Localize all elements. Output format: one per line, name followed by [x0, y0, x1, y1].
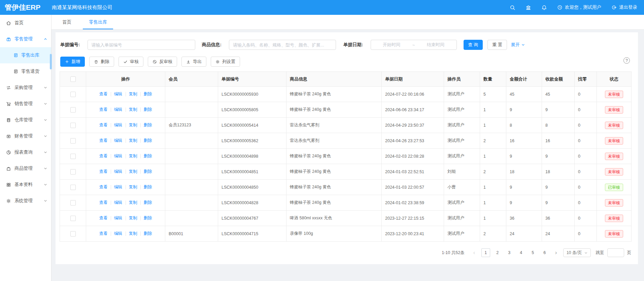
row-checkbox[interactable] — [70, 216, 76, 221]
row-checkbox[interactable] — [70, 231, 76, 237]
view-link[interactable]: 查看 — [99, 215, 108, 221]
copy-link[interactable]: 复制 — [129, 107, 137, 113]
view-link[interactable]: 查看 — [99, 91, 108, 97]
audit-button[interactable]: 审核 — [118, 57, 143, 67]
edit-link[interactable]: 编辑 — [114, 122, 123, 128]
page-size-select[interactable]: 10 条/页 — [563, 248, 591, 257]
delete-link[interactable]: 删除 — [144, 138, 152, 144]
edit-link[interactable]: 编辑 — [114, 184, 123, 190]
tab-retail-outbound[interactable]: 零售出库 — [89, 15, 107, 29]
delete-link[interactable]: 删除 — [144, 91, 152, 97]
edit-link[interactable]: 编辑 — [114, 138, 123, 144]
copy-link[interactable]: 复制 — [129, 138, 137, 144]
edit-link[interactable]: 编辑 — [114, 91, 123, 97]
doc-no-input[interactable] — [88, 40, 195, 50]
tab-home[interactable]: 首页 — [62, 15, 71, 29]
sidebar-item-system-management[interactable]: 系统管理 — [0, 193, 51, 209]
view-link[interactable]: 查看 — [99, 153, 108, 159]
sidebar-item-sales-management[interactable]: 销售管理 — [0, 96, 51, 112]
sidebar-resize-handle[interactable] — [50, 54, 52, 69]
user-welcome[interactable]: 欢迎您，测试用户 — [557, 4, 601, 10]
search-icon[interactable] — [510, 5, 515, 10]
row-checkbox[interactable] — [70, 154, 76, 159]
sidebar-item-report-query[interactable]: 报表查询 — [0, 144, 51, 160]
page-button-6[interactable]: 6 — [540, 248, 549, 257]
column-settings-button[interactable]: 列设置 — [211, 57, 240, 67]
logout-button[interactable]: 退出登录 — [611, 4, 637, 10]
page-button-4[interactable]: 4 — [517, 248, 526, 257]
jump-page-input[interactable] — [607, 248, 624, 257]
delete-link[interactable]: 删除 — [144, 107, 152, 113]
product-info-input[interactable] — [229, 40, 336, 50]
copy-link[interactable]: 复制 — [129, 122, 137, 128]
page-button-5[interactable]: 5 — [529, 248, 537, 257]
delete-link[interactable]: 删除 — [144, 153, 152, 159]
copy-link[interactable]: 复制 — [129, 91, 137, 97]
copy-link[interactable]: 复制 — [129, 184, 137, 190]
copy-link[interactable]: 复制 — [129, 169, 137, 175]
delete-link[interactable]: 删除 — [144, 169, 152, 175]
edit-link[interactable]: 编辑 — [114, 215, 123, 221]
sidebar-item-retail-return[interactable]: 零售退货 — [0, 63, 51, 80]
row-checkbox[interactable] — [70, 185, 76, 190]
unaudit-button[interactable]: 反审核 — [148, 57, 177, 67]
view-link[interactable]: 查看 — [99, 169, 108, 175]
help-icon[interactable]: ? — [623, 57, 630, 64]
sidebar-item-basic-data[interactable]: 基本资料 — [0, 177, 51, 193]
sidebar-item-finance-management[interactable]: 财务管理 — [0, 128, 51, 144]
delete-link[interactable]: 删除 — [144, 122, 152, 128]
notification-bell-icon[interactable] — [541, 5, 547, 10]
next-page-button[interactable]: › — [552, 248, 560, 257]
sidebar-item-home[interactable]: 首页 — [0, 15, 51, 31]
edit-link[interactable]: 编辑 — [114, 200, 123, 206]
export-button[interactable]: 导出 — [181, 57, 206, 67]
row-checkbox[interactable] — [70, 169, 76, 175]
row-checkbox[interactable] — [70, 123, 76, 128]
delete-link[interactable]: 删除 — [144, 231, 152, 237]
copy-link[interactable]: 复制 — [129, 200, 137, 206]
delete-button[interactable]: 删除 — [89, 57, 114, 67]
search-button[interactable]: 查 询 — [464, 40, 483, 50]
view-link[interactable]: 查看 — [99, 231, 108, 237]
edit-link[interactable]: 编辑 — [114, 169, 123, 175]
row-checkbox[interactable] — [70, 138, 76, 144]
sidebar-item-product-management[interactable]: 商品管理 — [0, 160, 51, 177]
expand-filters-link[interactable]: 展开 — [511, 42, 525, 48]
delete-link[interactable]: 删除 — [144, 184, 152, 190]
edit-link[interactable]: 编辑 — [114, 231, 123, 237]
doc-no-cell: LSCK00000005362 — [218, 133, 286, 149]
sidebar-item-purchase-management[interactable]: 采购管理 — [0, 80, 51, 96]
add-button[interactable]: 新增 — [60, 57, 85, 67]
copy-link[interactable]: 复制 — [129, 153, 137, 159]
row-checkbox[interactable] — [70, 92, 76, 97]
copy-link[interactable]: 复制 — [129, 215, 137, 221]
table-row: 查看编辑复制删除LSCK00000004850蜂蜜柚子茶 240g 黄色2024… — [60, 180, 632, 195]
sidebar-item-warehouse-management[interactable]: 仓库管理 — [0, 112, 51, 128]
sidebar-item-retail-management[interactable]: 零售管理 — [0, 31, 51, 47]
row-checkbox[interactable] — [70, 107, 76, 113]
page-button-3[interactable]: 3 — [505, 248, 514, 257]
view-link[interactable]: 查看 — [99, 122, 108, 128]
view-link[interactable]: 查看 — [99, 138, 108, 144]
edit-link[interactable]: 编辑 — [114, 107, 123, 113]
view-link[interactable]: 查看 — [99, 107, 108, 113]
edit-link[interactable]: 编辑 — [114, 153, 123, 159]
status-badge: 已审核 — [605, 184, 623, 191]
select-all-checkbox[interactable] — [70, 76, 76, 82]
view-link[interactable]: 查看 — [99, 200, 108, 206]
status-badge: 未审核 — [605, 168, 623, 176]
tenant-icon[interactable] — [526, 5, 531, 10]
view-link[interactable]: 查看 — [99, 184, 108, 190]
page-button-2[interactable]: 2 — [493, 248, 502, 257]
purchase-icon — [6, 85, 11, 90]
sidebar-item-retail-outbound[interactable]: 零售出库 — [0, 47, 51, 63]
reset-button[interactable]: 重 置 — [487, 40, 507, 50]
prev-page-button[interactable]: ‹ — [470, 248, 478, 257]
page-button-1[interactable]: 1 — [481, 248, 490, 257]
copy-link[interactable]: 复制 — [129, 231, 137, 237]
delete-link[interactable]: 删除 — [144, 215, 152, 221]
delete-link[interactable]: 删除 — [144, 200, 152, 206]
row-checkbox[interactable] — [70, 200, 76, 206]
status-badge: 未审核 — [605, 137, 623, 145]
date-range-input[interactable]: 开始时间 ~ 结束时间 — [371, 40, 457, 50]
